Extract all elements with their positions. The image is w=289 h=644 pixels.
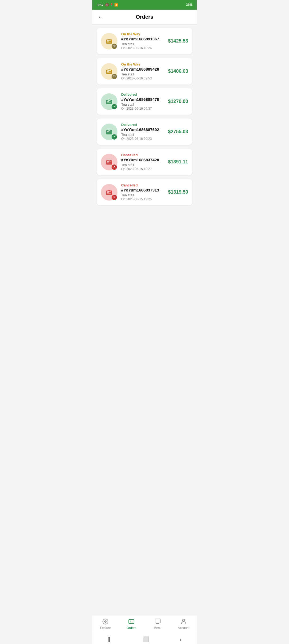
order-date: On 2023-06-16 09:23 (121, 137, 162, 141)
nav-item-menu[interactable]: Menu (144, 618, 171, 630)
android-back-button[interactable]: ‹ (173, 635, 188, 643)
order-price: $1391.11 (168, 159, 188, 165)
svg-rect-11 (107, 133, 111, 133)
order-card-order-2[interactable]: ↻ On the Way #YoYum1686889428 Tea stall … (97, 58, 192, 85)
order-status: On the Way (121, 62, 162, 66)
nav-item-account[interactable]: Account (171, 618, 197, 630)
menu-icon (154, 618, 161, 625)
order-status: Cancelled (121, 153, 162, 157)
explore-icon (102, 618, 109, 625)
order-id: #YoYum1686887602 (121, 127, 162, 132)
order-details: Cancelled #YoYum1686837313 Tea stall On … (121, 183, 162, 201)
status-badge: ✕ (112, 164, 117, 170)
order-icon: ✓ (101, 93, 117, 110)
svg-rect-2 (107, 42, 111, 43)
bottom-nav: Explore Orders Menu Account (92, 615, 197, 632)
order-id: #YoYum1686837428 (121, 158, 162, 162)
order-date: On 2023-06-16 09:53 (121, 76, 162, 80)
svg-rect-14 (107, 163, 111, 163)
order-card-order-3[interactable]: ✓ Delivered #YoYum1686888478 Tea stall O… (97, 88, 192, 115)
nav-item-orders[interactable]: Orders (119, 618, 145, 630)
svg-rect-24 (155, 619, 160, 623)
order-icon: ↻ (101, 63, 117, 80)
header: ← Orders (92, 10, 197, 25)
account-icon (180, 618, 187, 625)
order-store: Tea stall (121, 102, 162, 106)
status-badge: ↻ (112, 44, 117, 49)
svg-rect-17 (107, 193, 111, 194)
order-icon: ↻ (101, 33, 117, 49)
status-icons: 🔇 📍 📶 (105, 3, 118, 7)
svg-rect-21 (129, 619, 134, 623)
order-id: #YoYum1686837313 (121, 188, 162, 192)
order-date: On 2023-06-15 19:27 (121, 167, 162, 171)
orders-icon (128, 618, 135, 625)
order-icon: ✓ (101, 124, 117, 140)
android-nav-bar: ||| ⬜ ‹ (92, 632, 197, 644)
order-date: On 2023-06-16 09:37 (121, 107, 162, 110)
order-store: Tea stall (121, 42, 162, 46)
order-details: On the Way #YoYum1686889428 Tea stall On… (121, 62, 162, 80)
status-badge: ✓ (112, 104, 117, 109)
order-status: On the Way (121, 32, 162, 36)
order-store: Tea stall (121, 133, 162, 137)
order-id: #YoYum1686888478 (121, 97, 162, 102)
order-card-order-5[interactable]: ✕ Cancelled #YoYum1686837428 Tea stall O… (97, 149, 192, 175)
order-card-order-6[interactable]: ✕ Cancelled #YoYum1686837313 Tea stall O… (97, 179, 192, 205)
order-status: Delivered (121, 123, 162, 127)
status-badge: ↻ (112, 74, 117, 79)
status-badge: ✕ (112, 195, 117, 200)
status-right: 36% (186, 3, 192, 7)
order-details: Cancelled #YoYum1686837428 Tea stall On … (121, 153, 162, 171)
order-price: $1270.00 (168, 99, 188, 104)
order-date: On 2023-06-15 19:25 (121, 197, 162, 201)
nav-label-account: Account (178, 626, 189, 630)
order-price: $2755.03 (168, 129, 188, 135)
android-menu-button[interactable]: ||| (101, 635, 118, 643)
svg-rect-5 (107, 72, 111, 73)
order-date: On 2023-06-16 10:26 (121, 46, 162, 50)
status-time: 3:57 🔇 📍 📶 (97, 3, 118, 7)
order-card-order-1[interactable]: ↻ On the Way #YoYum1686891367 Tea stall … (97, 28, 192, 54)
order-id: #YoYum1686891367 (121, 37, 162, 41)
order-id: #YoYum1686889428 (121, 67, 162, 71)
order-price: $1319.50 (168, 189, 188, 195)
order-price: $1406.03 (168, 68, 188, 74)
order-details: On the Way #YoYum1686891367 Tea stall On… (121, 32, 162, 50)
svg-point-27 (182, 619, 185, 622)
order-details: Delivered #YoYum1686888478 Tea stall On … (121, 93, 162, 110)
orders-list: ↻ On the Way #YoYum1686891367 Tea stall … (92, 25, 197, 615)
order-card-order-4[interactable]: ✓ Delivered #YoYum1686887602 Tea stall O… (97, 118, 192, 145)
back-button[interactable]: ← (98, 14, 104, 21)
status-bar: 3:57 🔇 📍 📶 36% (92, 0, 197, 10)
battery-text: 36% (186, 3, 192, 7)
android-home-button[interactable]: ⬜ (136, 635, 155, 643)
order-status: Delivered (121, 93, 162, 97)
order-store: Tea stall (121, 72, 162, 76)
nav-label-orders: Orders (127, 626, 136, 630)
order-icon: ✕ (101, 154, 117, 170)
nav-label-explore: Explore (100, 626, 111, 630)
order-icon: ✕ (101, 184, 117, 201)
time-text: 3:57 (97, 3, 104, 7)
svg-rect-22 (130, 621, 131, 622)
order-details: Delivered #YoYum1686887602 Tea stall On … (121, 123, 162, 141)
order-store: Tea stall (121, 193, 162, 197)
order-price: $1425.53 (168, 38, 188, 44)
order-store: Tea stall (121, 163, 162, 167)
page-title: Orders (98, 14, 191, 20)
status-badge: ✓ (112, 134, 117, 140)
nav-item-explore[interactable]: Explore (92, 618, 119, 630)
svg-rect-8 (107, 102, 111, 103)
nav-label-menu: Menu (154, 626, 162, 630)
order-status: Cancelled (121, 183, 162, 187)
